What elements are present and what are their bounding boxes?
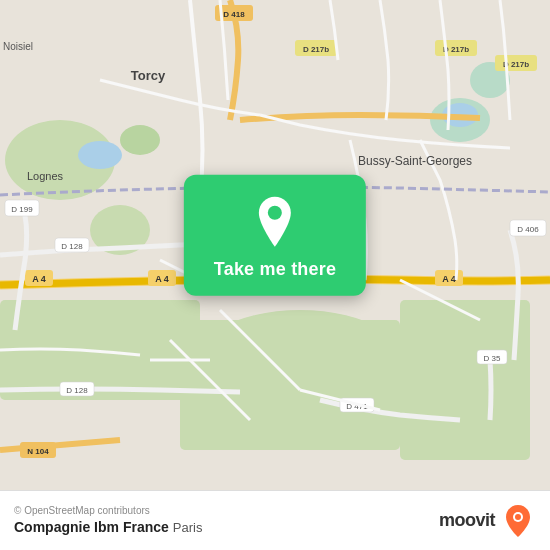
svg-text:D 128: D 128 <box>61 242 83 251</box>
map-view: A 4 A 4 A 4 A 4 D 199 D 128 D 128 D 418 … <box>0 0 550 490</box>
svg-point-6 <box>120 125 160 155</box>
moovit-pin-icon <box>500 503 536 539</box>
take-me-there-button[interactable]: Take me there <box>184 175 366 296</box>
copyright-text: © OpenStreetMap contributors <box>14 505 202 516</box>
svg-text:N 104: N 104 <box>27 447 49 456</box>
svg-text:D 128: D 128 <box>66 386 88 395</box>
location-info: © OpenStreetMap contributors Compagnie I… <box>14 505 202 536</box>
take-me-there-label: Take me there <box>214 259 336 280</box>
svg-text:D 217b: D 217b <box>303 45 329 54</box>
svg-text:A 4: A 4 <box>155 274 169 284</box>
moovit-wordmark: moovit <box>439 510 495 531</box>
moovit-logo: moovit <box>439 503 536 539</box>
svg-text:A 4: A 4 <box>442 274 456 284</box>
svg-text:Bussy-Saint-Georges: Bussy-Saint-Georges <box>358 154 472 168</box>
svg-text:Lognes: Lognes <box>27 170 64 182</box>
svg-text:Torcy: Torcy <box>131 68 166 83</box>
svg-text:D 199: D 199 <box>11 205 33 214</box>
svg-text:A 4: A 4 <box>32 274 46 284</box>
location-pin-icon <box>253 195 297 249</box>
svg-text:D 406: D 406 <box>517 225 539 234</box>
svg-point-10 <box>78 141 122 169</box>
svg-text:Noisiel: Noisiel <box>3 41 33 52</box>
svg-rect-7 <box>400 300 530 460</box>
svg-point-48 <box>515 514 521 520</box>
location-name: Compagnie Ibm France <box>14 519 169 535</box>
svg-text:D 418: D 418 <box>223 10 245 19</box>
bottom-bar: © OpenStreetMap contributors Compagnie I… <box>0 490 550 550</box>
svg-point-46 <box>268 206 282 220</box>
svg-text:D 35: D 35 <box>484 354 501 363</box>
location-name-row: Compagnie Ibm FranceParis <box>14 518 202 536</box>
location-city: Paris <box>173 520 203 535</box>
